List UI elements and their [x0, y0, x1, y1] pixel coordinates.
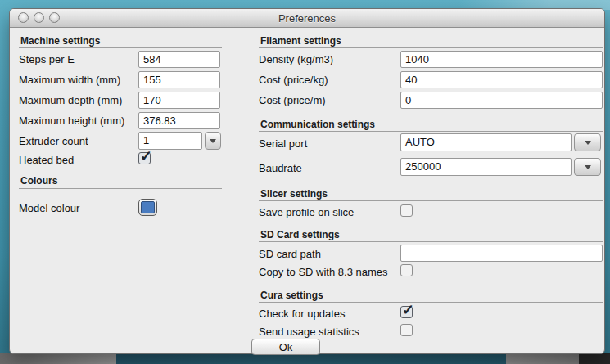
- save-profile-checkbox[interactable]: [400, 204, 413, 217]
- cost-per-kg-input[interactable]: [400, 71, 603, 88]
- baudrate-dropdown-arrow-icon[interactable]: [574, 158, 601, 176]
- serial-port-label: Serial port: [259, 137, 307, 150]
- model-colour-swatch: [141, 201, 155, 213]
- heated-bed-checkbox[interactable]: [138, 152, 151, 164]
- check-updates-checkbox[interactable]: [400, 306, 413, 318]
- baudrate-label: Baudrate: [259, 162, 302, 174]
- save-profile-label: Save profile on slice: [259, 206, 354, 218]
- steps-per-e-label: Steps per E: [19, 53, 75, 65]
- colours-header: Colours: [20, 175, 57, 186]
- machine-settings-divider: [19, 47, 222, 48]
- filament-settings-divider: [259, 47, 603, 48]
- sd-card-settings-header: SD Card settings: [260, 229, 340, 240]
- usage-stats-label: Send usage statistics: [259, 326, 359, 338]
- serial-port-select[interactable]: AUTO: [400, 133, 572, 151]
- slicer-settings-header: Slicer settings: [260, 188, 328, 200]
- copy-sd-83-label: Copy to SD with 8.3 names: [259, 266, 388, 278]
- maximum-width-input[interactable]: [138, 71, 220, 88]
- ok-button[interactable]: Ok: [251, 339, 320, 355]
- steps-per-e-input[interactable]: [138, 51, 220, 68]
- cost-per-kg-label: Cost (price/kg): [259, 74, 328, 86]
- maximum-height-label: Maximum height (mm): [19, 115, 124, 127]
- sd-card-settings-divider: [259, 241, 603, 242]
- density-label: Density (kg/m3): [259, 53, 333, 65]
- communication-settings-header: Communication settings: [260, 119, 375, 130]
- communication-settings-divider: [259, 131, 603, 132]
- cura-settings-divider: [259, 302, 603, 303]
- sd-card-path-label: SD card path: [259, 248, 321, 260]
- desktop-bottom-gray-left: [0, 353, 116, 364]
- window-title: Preferences: [10, 12, 604, 25]
- maximum-depth-input[interactable]: [138, 92, 220, 109]
- desktop-bottom-dark: [579, 353, 610, 364]
- filament-settings-header: Filament settings: [260, 35, 341, 47]
- baudrate-select[interactable]: 250000: [400, 158, 572, 176]
- extruder-count-dropdown-arrow-icon[interactable]: [205, 132, 221, 150]
- slicer-settings-divider: [259, 200, 603, 201]
- title-bar[interactable]: Preferences: [10, 9, 604, 28]
- model-colour-label: Model colour: [19, 202, 79, 214]
- desktop: { "window": { "title": "Preferences" }, …: [0, 0, 610, 364]
- cura-settings-header: Cura settings: [260, 290, 323, 301]
- maximum-width-label: Maximum width (mm): [19, 74, 120, 86]
- check-updates-label: Check for updates: [259, 308, 346, 320]
- extruder-count-label: Extruder count: [19, 135, 88, 147]
- serial-port-dropdown-arrow-icon[interactable]: [574, 133, 601, 151]
- copy-sd-83-checkbox[interactable]: [400, 264, 413, 276]
- maximum-depth-label: Maximum depth (mm): [19, 94, 122, 106]
- machine-settings-header: Machine settings: [20, 35, 100, 47]
- model-colour-button[interactable]: [138, 199, 157, 216]
- preferences-window: Preferences Machine settings Steps per E…: [9, 8, 605, 354]
- heated-bed-label: Heated bed: [19, 154, 74, 166]
- cost-per-m-label: Cost (price/m): [259, 94, 326, 106]
- desktop-bottom-gray-right: [506, 353, 579, 364]
- sd-card-path-input[interactable]: [400, 245, 603, 262]
- cost-per-m-input[interactable]: [400, 92, 603, 109]
- density-input[interactable]: [400, 51, 603, 68]
- maximum-height-input[interactable]: [138, 112, 220, 129]
- usage-stats-checkbox[interactable]: [400, 324, 413, 336]
- colours-divider: [19, 188, 222, 189]
